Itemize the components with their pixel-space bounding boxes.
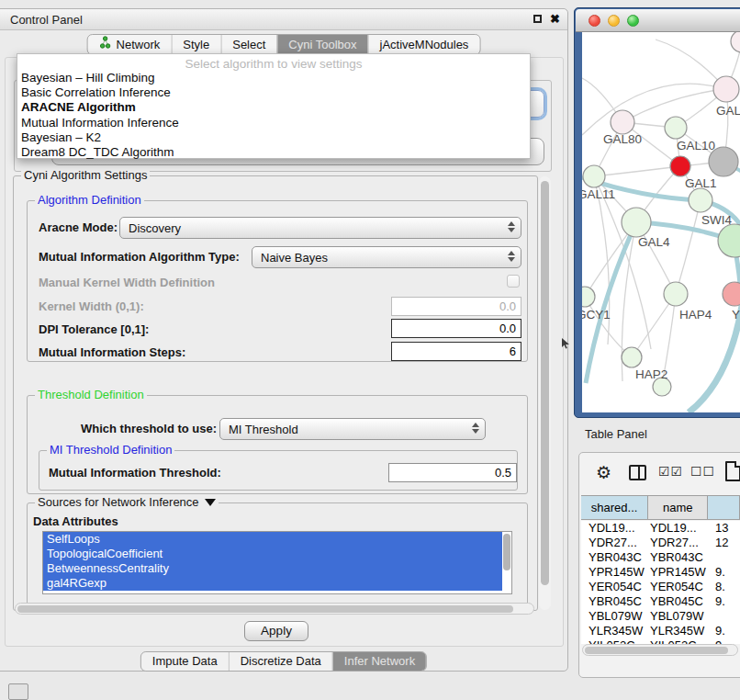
close-traffic-light-icon[interactable] (589, 15, 600, 27)
table-cell: YLR345W (589, 624, 643, 638)
table-cell: YPR145W (589, 565, 645, 579)
table-row[interactable]: YBR043CYBR043C (581, 550, 740, 565)
control-panel-window: Control Panel ✖ NetworkStyleSelectCyni T… (0, 8, 568, 672)
network-node[interactable] (718, 224, 740, 257)
tab-discretize-data[interactable]: Discretize Data (229, 652, 332, 671)
mouse-cursor (562, 338, 570, 350)
deselect-all-checks-icon[interactable]: ☐☐ (690, 464, 715, 479)
algorithm-option[interactable]: ARACNE Algorithm (17, 100, 530, 115)
network-node[interactable] (664, 282, 688, 306)
table-horizontal-scrollbar[interactable] (582, 644, 738, 656)
table-cell: 13 (715, 521, 728, 535)
mi-steps-field[interactable] (391, 342, 521, 361)
network-node[interactable] (611, 110, 634, 134)
algorithm-option[interactable]: Mutual Information Inference (17, 116, 530, 130)
network-node-label: GCY1 (582, 308, 611, 322)
algorithm-option[interactable]: Bayesian – Hill Climbing (17, 71, 530, 85)
tab-infer-network[interactable]: Infer Network (332, 652, 426, 671)
tab-label: Network (117, 35, 161, 54)
collapsed-panel-icon[interactable] (8, 683, 28, 700)
tab-jactivemnodules[interactable]: jActiveMNodules (368, 35, 480, 54)
column-header[interactable]: name (648, 496, 708, 519)
table-row[interactable]: YLR345WYLR345W9. (581, 624, 740, 638)
aracne-mode-combo[interactable]: Discovery (119, 217, 521, 239)
column-header[interactable] (708, 496, 740, 519)
table-row[interactable]: YDL19...YDL19...13 (581, 521, 740, 536)
table-cell: YDR27... (650, 536, 699, 549)
network-node[interactable] (731, 32, 740, 52)
table-rows: YDL19...YDL19...13YDR27...YDR27...12YBR0… (581, 521, 740, 644)
aracne-mode-value: Discovery (129, 221, 181, 235)
select-all-checks-icon[interactable]: ☑☑ (658, 464, 683, 479)
network-edge[interactable] (689, 306, 740, 412)
network-edge[interactable] (582, 84, 726, 135)
algorithm-option[interactable]: Bayesian – K2 (17, 130, 530, 145)
network-edge[interactable] (594, 166, 680, 176)
network-node[interactable] (622, 347, 642, 367)
sources-title[interactable]: Sources for Network Inference (35, 496, 219, 509)
attribute-list-item[interactable]: SelfLoops (43, 532, 502, 547)
table-header-row: shared...name (581, 495, 740, 520)
manual-kernel-width-label: Manual Kernel Width Definition (39, 276, 215, 289)
table-panel-title: Table Panel (585, 427, 647, 441)
minimize-traffic-light-icon[interactable] (608, 15, 620, 27)
file-icon[interactable] (725, 461, 740, 481)
network-node-label: GAL80 (603, 132, 642, 146)
kernel-width-field[interactable] (391, 297, 521, 316)
tab-select[interactable]: Select (220, 35, 276, 54)
control-panel-tabs: NetworkStyleSelectCyni ToolboxjActiveMNo… (87, 34, 481, 55)
network-canvas[interactable]: GALGAL80GAL10GAL1GAL11SWI4GAL4GCY1HAP4YH… (582, 32, 740, 412)
network-node-label: HAP4 (679, 308, 712, 322)
manual-kernel-width-checkbox[interactable] (507, 275, 520, 288)
mi-threshold-definition-title: MI Threshold Definition (47, 444, 174, 457)
column-header[interactable]: shared... (581, 496, 648, 519)
apply-button[interactable]: Apply (244, 621, 308, 641)
table-row[interactable]: YER054CYER054C8. (581, 580, 740, 594)
table-panel-window: ⚙ ☑☑ ☐☐ shared...name YDL19...YDL19...13… (578, 452, 740, 678)
list-scrollbar[interactable] (503, 534, 510, 570)
table-row[interactable]: YBL079WYBL079W (581, 609, 740, 624)
network-node[interactable] (670, 156, 690, 176)
float-window-icon[interactable] (533, 15, 542, 23)
tab-cyni-toolbox[interactable]: Cyni Toolbox (276, 35, 367, 54)
network-edge[interactable] (676, 200, 701, 294)
attribute-list-item[interactable]: gal4RGexp (43, 576, 502, 591)
gear-icon[interactable]: ⚙ (596, 463, 611, 483)
attribute-list-item[interactable]: BetweennessCentrality (43, 561, 502, 576)
network-node[interactable] (582, 287, 595, 307)
algorithm-option[interactable]: Dream8 DC_TDC Algorithm (17, 145, 530, 160)
table-row[interactable]: YBR045CYBR045C9. (581, 594, 740, 609)
network-node[interactable] (583, 165, 605, 187)
tab-style[interactable]: Style (171, 35, 220, 54)
table-row[interactable]: YDR27...YDR27...12 (581, 536, 740, 550)
data-attributes-label: Data Attributes (33, 514, 118, 528)
algorithm-dropdown-placeholder: Select algorithm to view settings (17, 57, 530, 71)
dpi-tolerance-label: DPI Tolerance [0,1]: (39, 322, 149, 336)
columns-icon[interactable] (629, 465, 646, 480)
network-node[interactable] (665, 117, 687, 139)
table-cell: YLR345W (650, 624, 704, 638)
mi-threshold-field[interactable] (388, 463, 517, 482)
collapse-arrow-icon[interactable] (205, 499, 216, 506)
algorithm-dropdown-items: Bayesian – Hill ClimbingBasic Correlatio… (17, 71, 530, 160)
network-node[interactable] (723, 282, 740, 306)
tab-impute-data[interactable]: Impute Data (141, 652, 229, 671)
table-cell: YBR043C (650, 550, 703, 564)
algorithm-option[interactable]: Basic Correlation Inference (17, 85, 530, 100)
settings-horizontal-scrollbar[interactable] (15, 603, 534, 615)
close-icon[interactable]: ✖ (550, 14, 560, 24)
attribute-list-item[interactable]: TopologicalCoefficient (43, 547, 502, 561)
network-node[interactable] (689, 188, 712, 212)
threshold-definition-group: Threshold Definition Which threshold to … (27, 395, 528, 494)
network-node[interactable] (622, 208, 651, 237)
dpi-tolerance-field[interactable] (391, 319, 521, 338)
table-row[interactable]: YPR145WYPR145W9. (581, 565, 740, 580)
which-threshold-combo[interactable]: MI Threshold (219, 418, 486, 440)
network-node[interactable] (713, 76, 739, 102)
cyni-bottom-tabs: Impute DataDiscretize DataInfer Network (140, 651, 427, 672)
settings-vertical-scrollbar[interactable] (539, 176, 551, 610)
table-cell: YBL079W (589, 609, 643, 623)
mi-algorithm-type-combo[interactable]: Naive Bayes (252, 246, 521, 268)
tab-network[interactable]: Network (88, 35, 172, 54)
zoom-traffic-light-icon[interactable] (627, 15, 639, 27)
